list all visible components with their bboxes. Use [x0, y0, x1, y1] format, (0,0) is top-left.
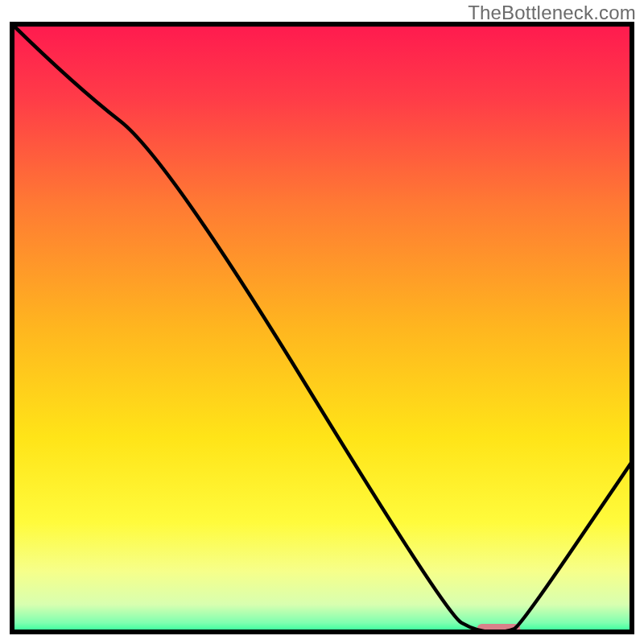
watermark-label: TheBottleneck.com: [468, 2, 636, 24]
bottleneck-chart: [0, 0, 644, 644]
gradient-background: [12, 24, 632, 632]
chart-container: TheBottleneck.com: [0, 0, 644, 644]
